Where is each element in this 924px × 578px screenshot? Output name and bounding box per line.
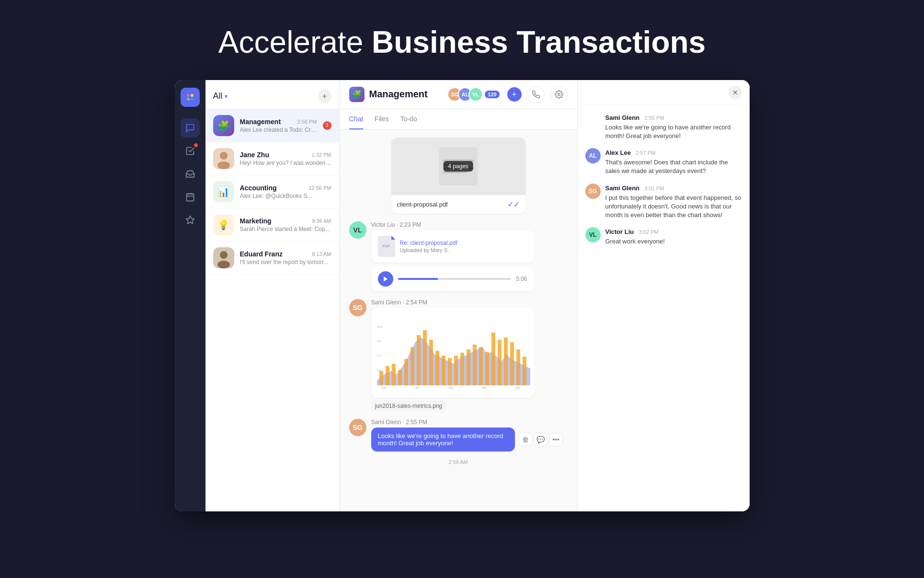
svg-text:3.0: 3.0 <box>377 369 381 371</box>
management-label: Management <box>240 118 281 126</box>
right-msg-sami-1: Sami Glenn 2:55 PM Looks like we're goin… <box>585 113 742 140</box>
svg-text:55: 55 <box>482 386 486 390</box>
victor-message-row: VL Victor Liu · 2:23 PM PDF Re: client-p… <box>349 221 568 291</box>
add-member-button[interactable]: + <box>507 87 522 102</box>
app-logo[interactable] <box>181 88 200 107</box>
avatar-accounting: 📊 <box>213 181 234 202</box>
right-sender-line-sami-2: Sami Glenn 3:01 PM <box>605 184 742 192</box>
new-chat-button[interactable]: + <box>318 90 331 103</box>
sami-chart-row: SG Sami Glenn · 2:54 PM <box>349 299 568 411</box>
right-panel: ✕ Sami Glenn 2:55 PM Looks like we're go… <box>577 80 750 511</box>
sidebar-icon-calendar[interactable] <box>181 187 200 207</box>
svg-point-11 <box>217 162 230 169</box>
chat-item-eduard[interactable]: Eduard Franz 8:13 AM I'll send over the … <box>205 242 339 275</box>
jane-label: Jane Zhu <box>240 151 269 159</box>
svg-rect-38 <box>510 342 514 385</box>
audio-waveform <box>398 278 512 280</box>
svg-rect-27 <box>442 356 445 385</box>
play-button[interactable] <box>378 271 393 287</box>
chat-title: Management <box>369 89 428 100</box>
message-actions: 🗑 💬 ••• <box>519 433 563 446</box>
avatar-eduard <box>213 247 234 268</box>
hero-title-bold: Business Transactions <box>372 25 706 59</box>
delete-action-button[interactable]: 🗑 <box>519 433 532 446</box>
right-text-victor: Great work everyone! <box>605 237 665 246</box>
management-time: 2:56 PM <box>297 119 317 125</box>
filter-dropdown[interactable]: All ▾ <box>213 91 228 101</box>
marketing-time: 9:36 AM <box>312 218 331 224</box>
svg-text:8.0: 8.0 <box>377 340 381 343</box>
more-action-button[interactable]: ••• <box>549 433 563 446</box>
svg-rect-20 <box>398 370 402 385</box>
chat-item-jane[interactable]: Jane Zhu 1:32 PM Hey! How are you? I was… <box>205 142 339 175</box>
chat-header: 🧩 Management SG AL VL 120 + <box>340 80 577 109</box>
sami-avatar-text: SG <box>349 419 366 436</box>
right-sender-sami-1: Sami Glenn <box>605 114 640 121</box>
sidebar-icon-inbox[interactable] <box>181 164 200 184</box>
hero-title-regular: Accelerate <box>218 25 372 59</box>
svg-text:5.0: 5.0 <box>377 354 381 357</box>
call-button[interactable] <box>527 86 545 103</box>
reply-action-button[interactable]: 💬 <box>534 433 548 446</box>
chat-item-management[interactable]: 🧩 Management 2:56 PM Alex Lee created a … <box>205 109 339 142</box>
chat-info-eduard: Eduard Franz 8:13 AM I'll send over the … <box>240 250 331 266</box>
tab-files[interactable]: Files <box>375 109 389 129</box>
settings-button[interactable] <box>550 86 568 103</box>
pdf-filename: client-proposal.pdf <box>397 201 448 208</box>
right-sender-alex: Alex Lee <box>605 149 631 156</box>
svg-point-13 <box>220 251 228 259</box>
sidebar-icon-activity[interactable] <box>181 118 200 138</box>
pages-badge: 4 pages <box>443 161 473 172</box>
right-time-alex: 2:57 PM <box>636 150 655 156</box>
eduard-time: 8:13 AM <box>312 251 331 257</box>
svg-rect-4 <box>186 194 194 201</box>
svg-rect-34 <box>485 352 489 385</box>
svg-rect-18 <box>386 366 389 385</box>
chat-info-marketing: Marketing 9:36 AM Sarah Pierce started a… <box>240 217 331 232</box>
svg-rect-40 <box>523 357 526 385</box>
svg-marker-16 <box>383 277 387 282</box>
sami-avatar-chart: SG <box>349 299 366 316</box>
sidebar-icon-bookmark[interactable] <box>181 210 200 230</box>
tab-todo[interactable]: To-do <box>400 109 417 129</box>
close-panel-button[interactable]: ✕ <box>729 86 742 99</box>
svg-text:41: 41 <box>449 386 453 390</box>
svg-marker-8 <box>186 216 194 223</box>
sami-sender-time-chart: Sami Glenn · 2:54 PM <box>371 299 568 306</box>
tab-chat[interactable]: Chat <box>349 109 364 129</box>
chat-item-marketing[interactable]: 💡 Marketing 9:36 AM Sarah Pierce started… <box>205 208 339 242</box>
svg-rect-26 <box>435 351 439 385</box>
svg-text:1.0: 1.0 <box>377 381 381 383</box>
right-panel-header: ✕ <box>578 80 750 105</box>
svg-text:27: 27 <box>415 386 419 390</box>
svg-rect-32 <box>473 345 477 385</box>
svg-rect-28 <box>448 358 452 385</box>
right-avatar-sami-2: SG <box>585 184 601 199</box>
eduard-label: Eduard Franz <box>240 250 283 258</box>
right-text-sami-2: I put this together before that event ha… <box>605 194 742 220</box>
pdf-preview: 4 pages <box>391 138 525 195</box>
management-preview: Alex Lee created a Todo: Create job... <box>240 127 317 133</box>
sales-chart-svg: 13 27 41 55 69 10.0 8.0 5.0 3.0 1.0 <box>377 313 530 390</box>
right-text-alex: That's awesome! Does that chart include … <box>605 158 742 175</box>
avatar-marketing: 💡 <box>213 214 234 235</box>
right-sender-sami-2: Sami Glenn <box>605 185 640 192</box>
victor-avatar: VL <box>349 221 366 239</box>
svg-text:13: 13 <box>382 386 386 390</box>
sami-text-bubble: Looks like we're going to have another r… <box>371 428 568 451</box>
right-msg-victor: VL Victor Liu 3:02 PM Great work everyon… <box>585 227 742 246</box>
accounting-label: Accounting <box>240 184 277 192</box>
eduard-preview: I'll send over the report by tomorr... <box>240 259 331 266</box>
victor-message-content: Victor Liu · 2:23 PM PDF Re: client-prop… <box>371 221 568 291</box>
sidebar-icon-tasks[interactable] <box>181 141 200 161</box>
sami-text-row: SG Sami Glenn · 2:55 PM Looks like we're… <box>349 419 568 451</box>
svg-rect-23 <box>417 335 421 385</box>
chat-tabs: Chat Files To-do <box>340 109 577 130</box>
chat-name-management: Management 2:56 PM <box>240 118 317 126</box>
chat-item-accounting[interactable]: 📊 Accounting 12:56 PM Alex Lee: @QuickBo… <box>205 175 339 208</box>
chat-list-header: All ▾ + <box>205 80 339 109</box>
right-msg-content-alex: Alex Lee 2:57 PM That's awesome! Does th… <box>605 148 742 175</box>
jane-preview: Hey! How are you? I was wondering if... <box>240 160 331 166</box>
svg-rect-35 <box>491 333 495 385</box>
right-msg-content-sami-2: Sami Glenn 3:01 PM I put this together b… <box>605 184 742 220</box>
